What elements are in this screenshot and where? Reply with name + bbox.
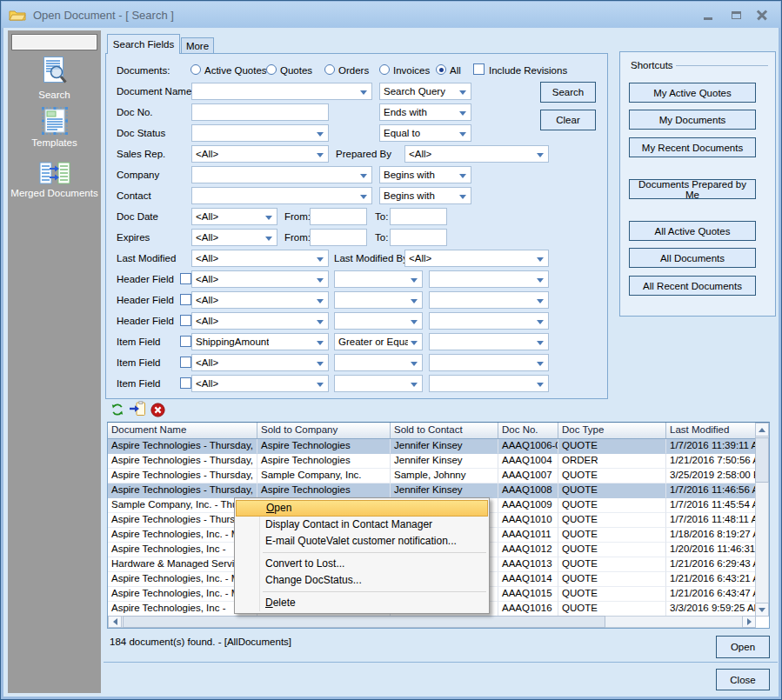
menu-item-delete[interactable]: Delete: [236, 595, 488, 611]
item-field-3-field-combo[interactable]: <All>: [191, 375, 329, 392]
scroll-down-button[interactable]: [755, 603, 769, 617]
tab-search-fields[interactable]: Search Fields: [107, 34, 180, 54]
document-name-combo[interactable]: [191, 83, 372, 100]
radio-active-quotes[interactable]: [190, 64, 201, 75]
minimize-button[interactable]: [697, 2, 719, 28]
shortcut-my-documents[interactable]: My Documents: [629, 110, 756, 130]
scroll-left-button[interactable]: [108, 616, 122, 628]
item-field-2-field-combo[interactable]: <All>: [191, 354, 329, 371]
close-button[interactable]: [751, 2, 773, 28]
include-revisions-label: Include Revisions: [489, 65, 567, 76]
item-field-3-value-combo[interactable]: [429, 375, 549, 392]
shortcut-all-documents[interactable]: All Documents: [629, 248, 756, 268]
shortcut-my-recent-documents[interactable]: My Recent Documents: [629, 137, 756, 157]
radio-quotes[interactable]: [266, 64, 277, 75]
header-field-3-condition-combo[interactable]: [334, 312, 423, 330]
doc-no-input[interactable]: [191, 103, 329, 121]
table-row[interactable]: Aspire Technologies - Thursday,Sample Co…: [108, 469, 769, 483]
doc-no-condition-combo[interactable]: Ends with: [379, 103, 471, 121]
vertical-scroll-thumb[interactable]: [755, 437, 769, 483]
item-field-1-field-combo[interactable]: ShippingAmount: [191, 333, 329, 350]
shortcut-all-recent-documents[interactable]: All Recent Documents: [629, 276, 756, 296]
header-field-2-checkbox[interactable]: [180, 294, 191, 305]
header-field-3-field-combo[interactable]: <All>: [191, 312, 329, 330]
radio-orders[interactable]: [324, 64, 335, 75]
sales-rep-combo[interactable]: <All>: [191, 145, 329, 163]
menu-item-e-mail-quotevalet-customer-notification[interactable]: E-mail QuoteValet customer notification.…: [236, 533, 488, 550]
close-dialog-button[interactable]: Close: [716, 669, 770, 690]
table-row[interactable]: Aspire Technologies - Thursday,Aspire Te…: [108, 454, 769, 469]
doc-status-condition-combo[interactable]: Equal to: [379, 124, 471, 142]
header-field-3-value-combo[interactable]: [429, 312, 549, 330]
search-button[interactable]: Search: [540, 82, 596, 103]
table-cell: 1/7/2016 11:48:11 A: [666, 513, 756, 528]
horizontal-scroll-thumb[interactable]: [123, 616, 605, 628]
open-button[interactable]: Open: [716, 636, 770, 658]
item-field-2-checkbox[interactable]: [180, 357, 191, 368]
expires-from-input[interactable]: [310, 229, 367, 246]
tab-more[interactable]: More: [181, 37, 214, 54]
item-field-1-condition-combo[interactable]: Greater or Equal: [334, 333, 423, 350]
sidebar-item-templates[interactable]: Templates: [8, 107, 101, 148]
sidebar-item-search[interactable]: Search: [8, 56, 101, 100]
item-field-1-checkbox[interactable]: [180, 336, 191, 347]
item-field-2-condition-combo[interactable]: [334, 354, 423, 371]
doc-date-value: <All>: [196, 211, 218, 222]
table-row[interactable]: Aspire Technologies - Thursday,Aspire Te…: [108, 483, 769, 498]
company-combo[interactable]: [191, 166, 372, 183]
expires-to-input[interactable]: [390, 229, 447, 246]
column-header-doc-no-[interactable]: Doc No.: [498, 423, 558, 438]
header-field-2-field-combo[interactable]: <All>: [191, 291, 329, 309]
header-field-2-label: Header Field: [117, 295, 174, 305]
last-modified-by-combo[interactable]: <All>: [404, 250, 549, 267]
header-field-1-field-combo[interactable]: <All>: [191, 270, 329, 288]
header-field-3-checkbox[interactable]: [180, 315, 191, 326]
maximize-button[interactable]: [725, 2, 747, 28]
delete-document-button[interactable]: [148, 401, 167, 418]
column-header-last-modified[interactable]: Last Modified: [666, 423, 756, 438]
contact-condition-combo[interactable]: Begins with: [379, 187, 471, 204]
import-document-button[interactable]: [128, 400, 147, 417]
radio-all[interactable]: [436, 64, 446, 75]
item-field-3-checkbox[interactable]: [180, 377, 191, 389]
column-header-sold-to-contact[interactable]: Sold to Contact: [391, 423, 498, 438]
radio-invoices[interactable]: [379, 64, 390, 75]
refresh-button[interactable]: [108, 401, 127, 418]
prepared-by-combo[interactable]: <All>: [404, 145, 549, 163]
header-field-2-condition-combo[interactable]: [334, 291, 423, 309]
company-condition-combo[interactable]: Begins with: [379, 166, 471, 183]
header-field-1-value-combo[interactable]: [429, 270, 549, 288]
doc-date-from-input[interactable]: [310, 208, 367, 225]
item-field-2-value-combo[interactable]: [429, 354, 549, 371]
item-field-3-condition-combo[interactable]: [334, 375, 423, 392]
shortcut-documents-prepared-by-me[interactable]: Documents Prepared by Me: [629, 179, 756, 199]
shortcut-my-active-quotes[interactable]: My Active Quotes: [629, 83, 756, 103]
doc-status-combo[interactable]: [191, 124, 329, 142]
scroll-up-button[interactable]: [755, 423, 769, 437]
table-cell: AAAQ1009: [498, 498, 558, 513]
header-field-1-condition-combo[interactable]: [334, 270, 423, 288]
menu-item-change-docstatus[interactable]: Change DocStatus...: [236, 572, 488, 589]
header-field-2-value-combo[interactable]: [429, 291, 549, 309]
column-header-document-name[interactable]: Document Name: [108, 423, 257, 438]
condition-value: Search Query: [384, 86, 445, 97]
item-field-1-value-combo[interactable]: [429, 333, 549, 350]
doc-date-to-input[interactable]: [390, 208, 447, 225]
document-name-condition-combo[interactable]: Search Query: [379, 83, 471, 100]
doc-date-combo[interactable]: <All>: [191, 208, 277, 225]
scroll-right-button[interactable]: [742, 616, 756, 628]
include-revisions-checkbox[interactable]: [473, 63, 485, 75]
menu-item-open[interactable]: Open: [236, 500, 488, 517]
contact-combo[interactable]: [191, 187, 372, 204]
expires-combo[interactable]: <All>: [191, 229, 277, 246]
menu-item-display-contact-in-contact-manager[interactable]: Display Contact in Contact Manager: [236, 517, 488, 533]
header-field-1-checkbox[interactable]: [180, 273, 191, 284]
sidebar-item-merged-documents[interactable]: Merged Documents: [8, 161, 101, 198]
table-row[interactable]: Aspire Technologies - Thursday,Aspire Te…: [108, 439, 769, 454]
menu-item-convert-to-lost[interactable]: Convert to Lost...: [236, 556, 488, 572]
column-header-doc-type[interactable]: Doc Type: [558, 423, 666, 438]
last-modified-combo[interactable]: <All>: [191, 250, 329, 267]
shortcut-all-active-quotes[interactable]: All Active Quotes: [629, 221, 756, 241]
column-header-sold-to-company[interactable]: Sold to Company: [257, 423, 391, 438]
clear-button[interactable]: Clear: [540, 110, 596, 130]
